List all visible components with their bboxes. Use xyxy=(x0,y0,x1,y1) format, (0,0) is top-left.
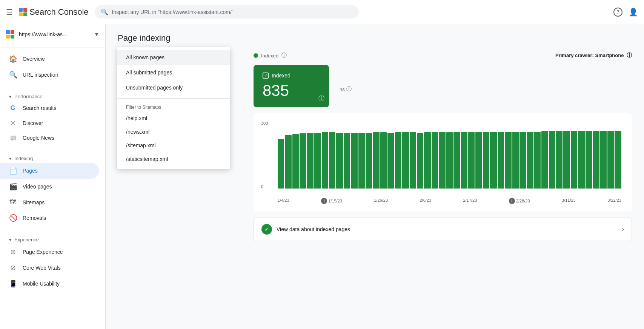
dropdown-sitemap-help[interactable]: /help.xml xyxy=(117,111,230,125)
indexed-count: 835 xyxy=(263,82,320,100)
performance-section-header[interactable]: ▾ Performance xyxy=(0,89,105,101)
bar-43 xyxy=(593,131,599,188)
bar-30 xyxy=(498,132,504,188)
bar-44 xyxy=(600,131,607,188)
sidebar-item-mobile-usability[interactable]: 📱 Mobile Usability xyxy=(0,276,99,292)
google-logo: Search Console xyxy=(19,7,89,17)
bar-chart-container: 300 0 1/4/23 i1/15/23 xyxy=(254,113,632,212)
indexed-card: ✓ Indexed 835 ⓘ xyxy=(254,65,329,107)
sidebar-item-video-pages[interactable]: 🎬 Video pages xyxy=(0,179,99,195)
bar-0 xyxy=(278,139,284,188)
menu-icon[interactable]: ☰ xyxy=(6,8,13,17)
section-label: Indexing xyxy=(14,156,33,161)
sidebar-item-label: URL inspection xyxy=(23,72,58,78)
nav-divider-2 xyxy=(0,148,105,148)
dropdown-divider xyxy=(117,98,230,99)
sidebar-item-label: Removals xyxy=(23,215,46,221)
experience-section-header[interactable]: ▾ Experience xyxy=(0,232,105,244)
indexing-section-header[interactable]: ▾ Indexing xyxy=(0,151,105,163)
url-search-bar[interactable]: 🔍 Inspect any URL in "https://www.link-a… xyxy=(95,5,359,19)
dropdown-sitemap-sitemap[interactable]: /sitemap.xml xyxy=(117,139,230,152)
bar-39 xyxy=(563,131,570,188)
bar-4 xyxy=(307,133,314,188)
bar-13 xyxy=(373,132,379,188)
x-label-7: 3/11/23 xyxy=(562,198,576,204)
sidebar-item-core-web-vitals[interactable]: ⊘ Core Web Vitals xyxy=(0,260,99,276)
vitals-icon: ⊘ xyxy=(9,264,17,272)
sidebar-item-pages[interactable]: 📄 Pages xyxy=(0,163,99,179)
bar-35 xyxy=(534,132,541,188)
dropdown-sitemap-static[interactable]: /staticsitemap.xml xyxy=(117,152,230,166)
bar-45 xyxy=(607,131,614,188)
sidebar-item-page-experience[interactable]: ⊕ Page Experience xyxy=(0,244,99,260)
bar-17 xyxy=(402,132,409,188)
view-indexed-data-button[interactable]: ✓ View data about indexed pages › xyxy=(254,218,632,241)
sidebar-item-label: Discover xyxy=(23,120,43,126)
x-label-8: 3/22/23 xyxy=(607,198,621,204)
dropdown-all-submitted-pages[interactable]: All submitted pages xyxy=(117,65,230,80)
sq-blue xyxy=(19,8,23,12)
main-content: Page indexing All known pages All submit… xyxy=(106,24,644,329)
bar-chart xyxy=(278,121,621,189)
sidebar-item-url-inspection[interactable]: 🔍 URL inspection xyxy=(0,67,99,83)
sidebar-item-label: Mobile Usability xyxy=(23,281,60,287)
google-squares-icon xyxy=(19,8,27,16)
property-selector[interactable]: https://www.link-as... ▼ xyxy=(0,27,105,45)
dropdown-all-known-pages[interactable]: All known pages xyxy=(117,50,230,65)
indexed-check-icon: ✓ xyxy=(263,73,269,79)
chart-header: Indexed ⓘ Primary crawler: Smartphone ⓘ xyxy=(254,52,632,59)
bar-28 xyxy=(483,132,489,188)
sidebar-item-search-results[interactable]: G Search results xyxy=(0,101,99,115)
bar-34 xyxy=(527,132,533,188)
search-nav-icon: 🔍 xyxy=(9,71,17,79)
help-icon[interactable]: ? xyxy=(613,8,622,17)
sidebar-item-google-news[interactable]: 📰 Google News xyxy=(0,131,99,145)
filter-dropdown[interactable]: All known pages All submitted pages Unsu… xyxy=(117,47,230,169)
bar-10 xyxy=(351,133,357,188)
x-label-3: 1/26/23 xyxy=(374,198,388,204)
sitemap-icon: 🗺 xyxy=(9,198,17,206)
bar-2 xyxy=(292,134,299,188)
sidebar-item-removals[interactable]: 🚫 Removals xyxy=(0,210,99,226)
bar-22 xyxy=(439,132,445,188)
crawler-help-icon[interactable]: ⓘ xyxy=(627,52,632,58)
sidebar-item-discover[interactable]: ✳ Discover xyxy=(0,115,99,131)
bar-32 xyxy=(512,132,519,188)
dropdown-unsubmitted-pages[interactable]: Unsubmitted pages only xyxy=(117,80,230,95)
chevron-down-icon: ▾ xyxy=(9,237,11,243)
x-axis-labels: 1/4/23 i1/15/23 1/26/23 2/6/23 2/17/23 i… xyxy=(278,198,621,204)
bar-12 xyxy=(366,133,372,188)
g-icon: G xyxy=(9,105,17,111)
app-title: Search Console xyxy=(29,7,89,17)
chart-note-info-icon[interactable]: ⓘ xyxy=(346,86,352,93)
bar-9 xyxy=(344,133,350,188)
sidebar-item-label: Search results xyxy=(23,105,56,111)
bar-33 xyxy=(520,132,526,188)
sidebar-item-label: Pages xyxy=(23,168,38,174)
sidebar-item-label: Core Web Vitals xyxy=(23,265,61,271)
sidebar-item-label: Video pages xyxy=(23,184,52,190)
y-label-0: 0 xyxy=(261,184,275,189)
sidebar-item-label: Overview xyxy=(23,56,45,62)
bar-15 xyxy=(387,133,394,188)
info-icon[interactable]: ⓘ xyxy=(281,52,287,59)
chevron-down-icon: ▾ xyxy=(9,156,11,161)
indexed-help-icon[interactable]: ⓘ xyxy=(318,95,324,103)
bar-14 xyxy=(380,132,387,188)
nav-divider-top xyxy=(0,48,105,48)
section-label: Experience xyxy=(14,237,39,243)
bar-20 xyxy=(424,132,430,188)
sidebar-item-sitemaps[interactable]: 🗺 Sitemaps xyxy=(0,195,99,210)
bar-11 xyxy=(358,133,365,188)
bar-8 xyxy=(336,133,343,188)
search-placeholder: Inspect any URL in "https://www.link-ass… xyxy=(112,9,353,15)
chart-note: ns xyxy=(340,86,345,92)
account-icon[interactable]: 👤 xyxy=(629,8,638,17)
x-label-5: 2/17/23 xyxy=(463,198,477,204)
bar-18 xyxy=(410,132,416,188)
bar-42 xyxy=(586,131,592,188)
bar-27 xyxy=(475,132,482,188)
x-label-1: 1/4/23 xyxy=(278,198,289,204)
sidebar-item-overview[interactable]: 🏠 Overview xyxy=(0,51,99,67)
dropdown-sitemap-news[interactable]: /news.xml xyxy=(117,125,230,139)
